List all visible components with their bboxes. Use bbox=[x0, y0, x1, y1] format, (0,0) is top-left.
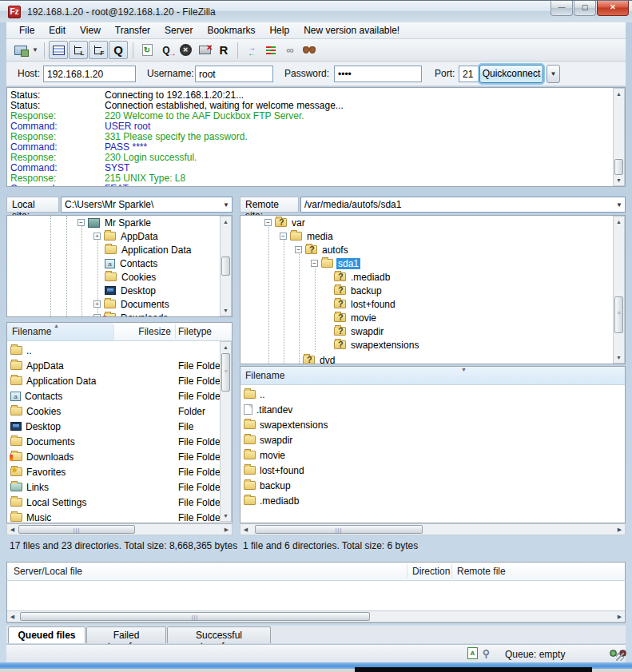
quickconnect-dropdown-button[interactable]: ▼ bbox=[547, 65, 560, 83]
file-row[interactable]: movie bbox=[240, 447, 625, 463]
toggle-queue-button[interactable]: Q bbox=[109, 41, 128, 59]
tree-item-movie[interactable]: movie bbox=[334, 311, 378, 324]
collapse-icon[interactable]: − bbox=[78, 219, 85, 226]
tree-item-application-data[interactable]: Application Data bbox=[105, 243, 193, 256]
tree-item-autofs[interactable]: − autofs bbox=[295, 243, 350, 256]
find-files-button[interactable] bbox=[300, 41, 319, 59]
expand-icon[interactable]: + bbox=[93, 233, 101, 240]
file-row[interactable]: Local SettingsFile Folder bbox=[7, 495, 232, 510]
remote-tree-scrollbar[interactable]: ▲ ▼ ≡ bbox=[613, 216, 625, 364]
column-divider[interactable] bbox=[113, 324, 114, 339]
remote-tree-scrollbar-thumb[interactable]: ≡ bbox=[614, 296, 623, 333]
file-row[interactable]: .. bbox=[7, 343, 232, 358]
column-divider[interactable] bbox=[451, 564, 452, 579]
menu-server[interactable]: Server bbox=[158, 23, 199, 38]
file-row[interactable]: swapextensions bbox=[240, 417, 625, 432]
tree-item-swapextensions[interactable]: swapextensions bbox=[334, 338, 420, 352]
scroll-left-icon[interactable]: ◀ bbox=[240, 524, 251, 535]
scroll-down-icon[interactable]: ▼ bbox=[221, 511, 231, 521]
site-manager-button[interactable] bbox=[11, 41, 30, 59]
tree-item-sda1[interactable]: − sda1 bbox=[311, 256, 360, 270]
remote-hscrollbar[interactable]: ◀ ▶ ||| bbox=[240, 523, 626, 535]
title-bar[interactable]: Fz 192.168.1.20 - root@192.168.1.20 - Fi… bbox=[0, 0, 632, 22]
password-input[interactable] bbox=[334, 66, 422, 82]
local-list-scrollbar-thumb[interactable]: ≡ bbox=[221, 353, 230, 392]
local-hscrollbar-thumb[interactable]: ||| bbox=[18, 525, 135, 534]
disconnect-button[interactable] bbox=[195, 41, 214, 59]
filter-button[interactable] bbox=[261, 41, 280, 59]
remote-tree-pane[interactable]: − var − media − autofs − sda1 .mediadb b… bbox=[240, 215, 626, 364]
queue-hscrollbar[interactable]: ◀ ▶ ||| bbox=[7, 610, 625, 622]
local-list-scrollbar[interactable]: ▲ ▼ ≡ bbox=[220, 341, 232, 522]
scroll-right-icon[interactable]: ▶ bbox=[614, 611, 625, 622]
tree-item-var[interactable]: − var bbox=[264, 216, 307, 229]
local-file-list[interactable]: .. AppDataFile Folder Application DataFi… bbox=[6, 341, 233, 523]
close-button[interactable]: ✕ bbox=[597, 1, 629, 16]
tree-item-backup[interactable]: backup bbox=[334, 284, 384, 297]
menu-new-version[interactable]: New version available! bbox=[297, 23, 406, 38]
tree-item-mediadb[interactable]: .mediadb bbox=[334, 270, 392, 284]
cancel-operation-button[interactable]: ✕ bbox=[176, 41, 195, 59]
reconnect-button[interactable]: R bbox=[214, 41, 233, 59]
scroll-up-icon[interactable]: ▲ bbox=[614, 89, 624, 99]
column-filename[interactable]: Filename bbox=[12, 326, 51, 337]
collapse-icon[interactable]: − bbox=[311, 260, 318, 267]
tree-item-contacts[interactable]: a Contacts bbox=[105, 256, 159, 270]
menu-view[interactable]: View bbox=[74, 23, 107, 38]
file-row[interactable]: LinksFile Folder bbox=[7, 479, 232, 495]
tab-queued-files[interactable]: Queued files bbox=[8, 626, 85, 643]
host-input[interactable] bbox=[43, 66, 136, 82]
tree-item-appdata[interactable]: + AppData bbox=[93, 229, 160, 243]
combo-dropdown-icon[interactable]: ▼ bbox=[616, 201, 622, 209]
column-divider[interactable] bbox=[407, 564, 407, 579]
scroll-up-icon[interactable]: ▲ bbox=[221, 342, 231, 352]
collapse-icon[interactable]: − bbox=[295, 246, 302, 253]
file-row[interactable]: aContactsFile Folder bbox=[7, 388, 232, 404]
username-input[interactable] bbox=[195, 66, 273, 82]
resize-grip[interactable] bbox=[616, 653, 624, 661]
tab-successful-transfers[interactable]: Successful transfers bbox=[167, 626, 271, 643]
toggle-remote-tree-button[interactable]: F bbox=[89, 41, 108, 59]
file-row[interactable]: FavoritesFile Folder bbox=[7, 464, 232, 479]
expand-icon[interactable]: + bbox=[93, 314, 101, 317]
menu-bookmarks[interactable]: Bookmarks bbox=[201, 23, 261, 38]
scroll-left-icon[interactable]: ◀ bbox=[7, 524, 18, 535]
column-server-local-file[interactable]: Server/Local file bbox=[14, 566, 82, 577]
site-manager-dropdown-arrow-icon[interactable]: ▼ bbox=[30, 46, 40, 54]
disconnected-plug-icon[interactable]: ⚲ bbox=[483, 648, 490, 659]
menu-edit[interactable]: Edit bbox=[42, 23, 72, 38]
scroll-up-icon[interactable]: ▲ bbox=[614, 217, 624, 227]
column-divider[interactable] bbox=[175, 324, 176, 339]
tree-item-dvd[interactable]: dvd bbox=[303, 353, 336, 364]
file-row[interactable]: .. bbox=[240, 387, 625, 402]
file-row[interactable]: Application DataFile Folder bbox=[7, 373, 232, 388]
file-row[interactable]: lost+found bbox=[240, 463, 625, 478]
file-row[interactable]: AppDataFile Folder bbox=[7, 358, 232, 373]
file-row[interactable]: backup bbox=[240, 478, 625, 493]
menu-transfer[interactable]: Transfer bbox=[109, 23, 157, 38]
scroll-up-icon[interactable]: ▲ bbox=[221, 217, 231, 227]
local-hscrollbar[interactable]: ◀ ▶ ||| bbox=[6, 523, 233, 535]
column-filesize[interactable]: Filesize bbox=[135, 326, 171, 337]
toggle-local-tree-button[interactable]: L bbox=[69, 41, 88, 59]
remote-hscrollbar-thumb[interactable]: ||| bbox=[255, 525, 423, 534]
column-direction[interactable]: Direction bbox=[412, 566, 450, 577]
scroll-left-icon[interactable]: ◀ bbox=[7, 611, 18, 622]
tree-item-lost-found[interactable]: lost+found bbox=[334, 297, 397, 311]
local-tree-pane[interactable]: − Mr Sparkle + AppData Application Data … bbox=[6, 215, 233, 317]
scroll-down-icon[interactable]: ▼ bbox=[614, 352, 624, 363]
file-row[interactable]: .titandev bbox=[240, 402, 625, 417]
maximize-button[interactable]: ▢ bbox=[574, 1, 596, 16]
local-site-combo[interactable]: C:\Users\Mr Sparkle\ ▼ bbox=[61, 197, 233, 213]
tree-item-documents[interactable]: + Documents bbox=[93, 297, 171, 311]
tree-item-cookies[interactable]: Cookies bbox=[105, 270, 157, 284]
file-row[interactable]: .mediadb bbox=[240, 493, 625, 508]
combo-dropdown-icon[interactable]: ▼ bbox=[223, 201, 229, 209]
tree-item-downloads[interactable]: + Downloads bbox=[93, 311, 169, 317]
scroll-down-icon[interactable]: ▼ bbox=[221, 305, 231, 316]
refresh-button[interactable]: ↻ bbox=[137, 41, 157, 59]
toggle-message-log-button[interactable] bbox=[49, 41, 68, 59]
remote-file-list[interactable]: .. .titandev swapextensions swapdir movi… bbox=[240, 385, 626, 523]
local-tree-scrollbar[interactable]: ▲ ▼ bbox=[220, 216, 232, 316]
synchronized-browsing-button[interactable]: ∞ bbox=[280, 41, 300, 59]
